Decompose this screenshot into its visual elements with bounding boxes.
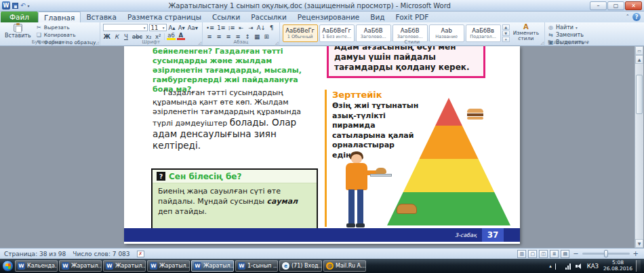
minimize-ribbon-icon[interactable]: ˄ — [626, 14, 630, 20]
tab-home[interactable]: Главная — [38, 12, 81, 22]
paragraph-row-top: •≡ 1≡ ⁝≡ ⇤ ⇥ А↓ ¶ — [205, 24, 276, 31]
cut-button[interactable]: ✂Вырезать — [36, 24, 96, 31]
question-paragraph: бейнеленген? Газдалған тәтті сусындарды … — [153, 47, 314, 94]
font-size-combo[interactable]: 11▾ — [149, 24, 167, 31]
scroll-down-button[interactable]: ▼ — [635, 239, 643, 248]
change-case-button[interactable]: Аа▾ — [187, 24, 199, 31]
replace-button[interactable]: ⇆Заменить — [548, 32, 588, 38]
scrollbar-thumb[interactable] — [636, 75, 643, 114]
windows-logo-icon — [5, 263, 11, 269]
styles-scroll-down-button[interactable]: ▼ — [502, 31, 510, 36]
boy-leg-left — [348, 189, 355, 225]
taskbar-item-zharatyl-1[interactable]: WЖаратыл... — [59, 260, 102, 272]
tab-mailings[interactable]: Рассылки — [245, 12, 291, 22]
vertical-scrollbar[interactable]: ▭ ▲ ▼ — [635, 46, 643, 248]
show-desktop-button[interactable] — [636, 260, 641, 272]
tab-foxit-pdf[interactable]: Foxit PDF — [390, 12, 435, 22]
taskbar-item-zharatyl-4-active[interactable]: WЖаратыл... — [191, 260, 234, 272]
proofing-errors-icon[interactable]: ✗ — [137, 251, 144, 257]
boy-illustration — [331, 151, 395, 232]
minimize-button[interactable]: – — [590, 1, 607, 10]
zoom-slider-thumb[interactable] — [604, 250, 608, 257]
numbering-button[interactable]: 1≡ — [216, 24, 226, 31]
style-name: Подзагол... — [470, 34, 496, 39]
copy-button[interactable]: ❏Копировать — [36, 32, 96, 38]
styles-scroll-up-button[interactable]: ▲ — [502, 24, 510, 30]
word-count[interactable]: Число слов: 7 083 — [73, 251, 129, 257]
quick-access-toolbar: W ↶ ▾ — [2, 1, 30, 10]
taskbar-item-1-synyp[interactable]: W1-сынып ... — [235, 260, 278, 272]
save-icon[interactable] — [12, 3, 18, 9]
taskbar-item-zharatyl-3[interactable]: WЖаратыл... — [147, 260, 190, 272]
outline-view-button[interactable]: ≣ — [550, 250, 559, 258]
boy-hoodie — [346, 163, 367, 190]
font-name-combo[interactable]: ▾ — [103, 24, 148, 31]
print-layout-view-button[interactable]: ▥ — [517, 250, 526, 258]
style-name: 1 Без инте... — [322, 34, 351, 39]
network-icon[interactable] — [565, 263, 572, 270]
style-preview: АаБбВ — [401, 27, 420, 34]
file-tab[interactable]: Файл — [1, 12, 38, 22]
tray-expand-icon[interactable]: ▴ — [549, 263, 552, 269]
style-name: Название — [435, 34, 458, 39]
multilevel-list-button[interactable]: ⁝≡ — [228, 24, 236, 31]
shrink-font-button[interactable]: А▾ — [178, 24, 186, 31]
action-center-icon[interactable] — [555, 263, 562, 270]
ribbon-tab-bar: Файл Главная Вставка Разметка страницы С… — [0, 12, 644, 22]
tab-review[interactable]: Рецензирование — [292, 12, 365, 22]
undo-icon[interactable]: ↶ — [20, 3, 26, 9]
replace-icon: ⇆ — [548, 32, 554, 38]
maximize-button[interactable]: ▢ — [607, 1, 624, 10]
tray — [370, 174, 392, 177]
zoom-out-button[interactable]: − — [571, 250, 580, 257]
volume-icon[interactable] — [576, 263, 582, 270]
scroll-up-button[interactable]: ▲ — [635, 55, 643, 64]
zoom-slider[interactable] — [582, 253, 630, 255]
start-button[interactable] — [2, 260, 14, 272]
find-icon: ◎ — [548, 24, 554, 31]
clipboard-dialog-launcher[interactable]: ◿ — [96, 41, 99, 45]
increase-indent-button[interactable]: ⇥ — [247, 24, 255, 31]
reading-view-button[interactable]: ▢ — [528, 250, 537, 258]
help-icon[interactable]: ? — [632, 13, 641, 21]
clock[interactable]: 5:08 26.08.2016 — [603, 260, 632, 272]
bullets-button[interactable]: •≡ — [205, 24, 215, 31]
taskbar-item-calendar-doc[interactable]: WКальенда... — [15, 260, 58, 272]
paragraph-dialog-launcher[interactable]: ◿ — [275, 41, 279, 45]
clipboard-small-buttons: ✂Вырезать ❏Копировать ✎Формат по образцу — [36, 24, 96, 39]
tab-insert[interactable]: Вставка — [81, 12, 122, 22]
taskbar-item-label: 1-сынып ... — [247, 263, 278, 269]
copy-icon: ❏ — [36, 32, 42, 38]
tab-page-layout[interactable]: Разметка страницы — [122, 12, 207, 22]
page-indicator[interactable]: Страница: 38 из 98 — [4, 251, 66, 257]
decrease-indent-button[interactable]: ⇤ — [237, 24, 245, 31]
font-group-label: Шрифт — [100, 39, 202, 45]
grow-font-button[interactable]: А▴ — [168, 24, 176, 31]
sort-button[interactable]: А↓ — [256, 24, 266, 31]
web-layout-view-button[interactable]: ◫ — [539, 250, 548, 258]
clipboard-group-label: Буфер обмена — [0, 39, 100, 45]
desktop: W ↶ ▾ Жаратылыстану 1 сынып оқулық.doc (… — [0, 0, 644, 273]
font-dialog-launcher[interactable]: ◿ — [198, 41, 201, 45]
styles-gallery: АаБбВеГг 1 Обычный АаБбВеГг 1 Без инте..… — [283, 24, 541, 39]
title-bar: W ↶ ▾ Жаратылыстану 1 сынып оқулық.doc (… — [0, 0, 644, 12]
paste-button[interactable]: Вставить — [3, 24, 33, 39]
burger-bun-top — [467, 109, 483, 113]
pilcrow-button[interactable]: ¶ — [268, 24, 276, 31]
zoom-in-button[interactable]: + — [632, 250, 640, 257]
close-button[interactable]: ✕ — [625, 1, 642, 10]
find-button[interactable]: ◎Найти▾ — [548, 24, 588, 31]
styles-dialog-launcher[interactable]: ◿ — [540, 41, 544, 45]
boy-leg-right — [357, 189, 363, 225]
taskbar-item-zharatyl-2[interactable]: WЖаратыл... — [103, 260, 146, 272]
taskbar-item-browser[interactable]: e(71) Вход... — [279, 260, 322, 272]
document-page[interactable]: бейнеленген? Газдалған тәтті сусындарды … — [124, 46, 520, 244]
ruler-toggle-button[interactable]: ▭ — [635, 46, 643, 55]
word-logo-icon[interactable]: W — [2, 1, 10, 10]
mail-icon: @ — [326, 262, 334, 270]
draft-view-button[interactable]: ▤ — [561, 250, 569, 258]
taskbar-item-mailru[interactable]: @Mail.Ru А... — [323, 260, 366, 272]
tab-view[interactable]: Вид — [365, 12, 390, 22]
tab-references[interactable]: Ссылки — [207, 12, 245, 22]
language-indicator[interactable]: КАЗ — [586, 263, 600, 270]
